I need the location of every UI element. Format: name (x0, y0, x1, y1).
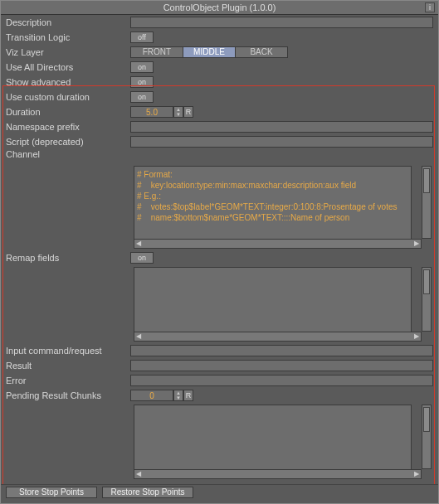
use-all-directors-label: Use All Directors (6, 62, 130, 72)
chevron-down-icon: ▼ (174, 395, 183, 400)
pending-vscrollbar[interactable] (422, 405, 432, 469)
duration-input[interactable] (130, 106, 173, 118)
restore-stop-points-button[interactable]: Restore Stop Points (102, 487, 193, 498)
duration-reset-button[interactable]: R (183, 106, 193, 118)
namespace-prefix-label: Namespace prefix (6, 122, 130, 132)
chevron-right-icon: ▶ (412, 240, 421, 248)
chevron-left-icon: ◀ (134, 240, 143, 248)
viz-layer-back[interactable]: BACK (235, 46, 288, 58)
namespace-prefix-input[interactable] (130, 121, 433, 133)
chevron-down-icon: ▼ (174, 112, 183, 117)
pending-textarea[interactable] (134, 405, 412, 479)
script-deprecated-input[interactable] (130, 136, 433, 148)
pending-hscrollbar[interactable]: ◀▶ (134, 469, 422, 479)
viz-layer-front[interactable]: FRONT (130, 46, 183, 58)
viz-layer-label: Viz Layer (6, 47, 130, 57)
viz-layer-middle[interactable]: MIDDLE (183, 46, 236, 58)
scrollbar-thumb[interactable] (423, 168, 430, 193)
pending-reset-button[interactable]: R (183, 390, 193, 401)
chevron-right-icon: ▶ (412, 332, 421, 341)
duration-spinner[interactable]: ▲▼ (173, 106, 183, 118)
plugin-panel: ControlObject Plugin (1.0.0) i Descripti… (0, 0, 439, 504)
use-all-directors-toggle[interactable]: on (130, 61, 154, 73)
store-stop-points-button[interactable]: Store Stop Points (6, 487, 97, 498)
pending-result-chunks-label: Pending Result Chunks (6, 390, 130, 400)
pending-spinner[interactable]: ▲▼ (173, 390, 183, 401)
chevron-left-icon: ◀ (134, 470, 143, 478)
remap-textarea[interactable] (134, 267, 412, 342)
error-label: Error (6, 376, 130, 385)
chevron-left-icon: ◀ (134, 332, 143, 341)
show-advanced-toggle[interactable]: on (130, 76, 154, 88)
scrollbar-thumb[interactable] (423, 407, 430, 432)
input-command-input[interactable] (130, 345, 433, 356)
script-deprecated-label: Script (deprecated) (6, 137, 130, 147)
remap-fields-toggle[interactable]: on (130, 252, 154, 264)
window-title: ControlObject Plugin (1.0.0) (163, 2, 276, 12)
channel-area: ◀▶ (134, 166, 432, 249)
error-input[interactable] (130, 375, 433, 386)
remap-area: ◀▶ (134, 267, 432, 342)
input-command-label: Input command/request (6, 346, 130, 356)
transition-logic-toggle[interactable]: off (130, 32, 154, 43)
pending-result-chunks-input[interactable] (130, 390, 173, 401)
result-input[interactable] (130, 360, 433, 371)
duration-label: Duration (6, 107, 130, 117)
result-label: Result (6, 361, 130, 371)
transition-logic-label: Transition Logic (6, 32, 130, 42)
channel-hscrollbar[interactable]: ◀▶ (134, 239, 422, 249)
footer: Store Stop Points Restore Stop Points (1, 484, 438, 503)
body: Description Transition Logic off Viz Lay… (1, 15, 438, 479)
info-icon[interactable]: i (425, 2, 435, 12)
scrollbar-thumb[interactable] (423, 269, 430, 294)
remap-fields-label: Remap fields (6, 253, 130, 263)
pending-area: ◀▶ (134, 405, 432, 479)
remap-vscrollbar[interactable] (422, 267, 432, 332)
remap-hscrollbar[interactable]: ◀▶ (134, 332, 422, 342)
channel-textarea[interactable] (134, 166, 412, 249)
description-label: Description (6, 17, 130, 27)
description-input[interactable] (130, 17, 433, 28)
use-custom-duration-label: Use custom duration (6, 92, 130, 102)
channel-vscrollbar[interactable] (422, 166, 432, 239)
chevron-right-icon: ▶ (412, 470, 421, 478)
show-advanced-label: Show advanced (6, 77, 130, 87)
viz-layer-segment: FRONT MIDDLE BACK (130, 46, 433, 58)
use-custom-duration-toggle[interactable]: on (130, 91, 154, 103)
title-bar: ControlObject Plugin (1.0.0) i (1, 1, 438, 15)
channel-label: Channel (6, 149, 130, 159)
